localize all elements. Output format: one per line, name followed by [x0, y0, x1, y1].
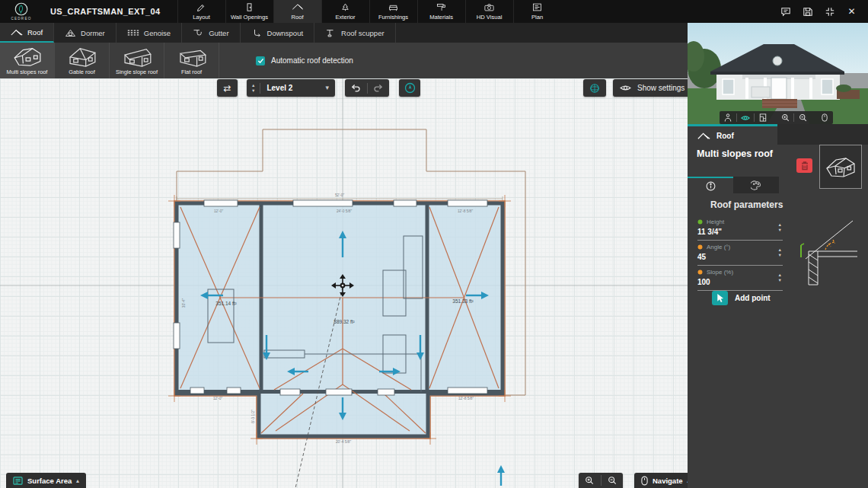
3d-preview-toggle[interactable]: [583, 79, 606, 97]
tab-layout[interactable]: Layout: [177, 0, 225, 23]
house-3d-preview[interactable]: [688, 23, 868, 124]
panel-tab-bar: Roof: [688, 124, 868, 145]
person-icon: [724, 113, 732, 122]
zoom-controls: [579, 473, 623, 488]
parameter-tabs: [688, 177, 779, 193]
orbit-view-button[interactable]: [737, 111, 754, 124]
add-point-button[interactable]: [712, 291, 728, 305]
tool-roof[interactable]: Roof: [0, 23, 54, 43]
level-down-icon[interactable]: ▼: [251, 88, 255, 93]
single-slope-roof-icon: [120, 45, 154, 68]
roof-scupper-icon: [325, 28, 337, 37]
surface-area-button[interactable]: Surface Area ▴: [6, 473, 86, 488]
close-icon[interactable]: ✕: [846, 6, 857, 18]
zoom-out-button[interactable]: [602, 476, 624, 485]
roof-type-gable[interactable]: Gable roof: [55, 43, 110, 78]
preview-navigate-button[interactable]: [816, 111, 833, 124]
roof-tools-ribbon: Roof Dormer Genoise Gutter: [0, 23, 688, 43]
delete-roof-button[interactable]: [796, 158, 812, 173]
level-up-icon[interactable]: ▲: [251, 83, 255, 88]
tab-info[interactable]: [688, 177, 733, 193]
tool-dormer[interactable]: Dormer: [54, 23, 116, 43]
auto-roof-detection[interactable]: Automatic roof detection: [256, 43, 353, 78]
panel-tab-roof[interactable]: Roof: [688, 124, 777, 145]
height-stepper[interactable]: ▲ ▼: [778, 223, 782, 232]
show-settings-label: Show settings: [636, 84, 686, 92]
svg-text:12'-8 5/8": 12'-8 5/8": [458, 209, 474, 213]
roof-type-single-slope[interactable]: Single slope roof: [110, 43, 164, 78]
zoom-in-icon: [781, 113, 790, 122]
roof-type-multi-slopes[interactable]: Multi slopes roof: [0, 43, 55, 78]
camera-icon: [483, 2, 495, 12]
level-stepper[interactable]: ▲ ▼: [247, 83, 260, 93]
house-3d-render: [688, 23, 868, 124]
compass-button[interactable]: [399, 79, 420, 97]
tab-materials[interactable]: Materials: [417, 0, 465, 23]
gutter-icon: [193, 28, 204, 37]
tab-furnishings[interactable]: Furnishings: [369, 0, 417, 23]
tab-wall-openings[interactable]: Wall Openings: [225, 0, 273, 23]
furniture-icon: [388, 2, 399, 12]
svg-text:52'-0": 52'-0": [335, 193, 345, 197]
roof-plan-canvas[interactable]: 52'-0": [0, 78, 688, 488]
cedreo-app: CEDREO US_CRAFTSMAN_EXT_04 Layout Wall O…: [0, 0, 868, 488]
tool-gutter[interactable]: Gutter: [182, 23, 240, 43]
comment-icon[interactable]: [780, 6, 791, 18]
info-icon: [706, 181, 716, 191]
preview-zoom-in-button[interactable]: [777, 111, 793, 124]
slope-stepper[interactable]: ▲ ▼: [778, 273, 782, 282]
slope-bullet-icon: [697, 270, 703, 275]
paint-roller-icon: [436, 2, 447, 12]
gable-roof-icon: [65, 45, 99, 68]
roof-icon: [292, 2, 304, 12]
walk-view-button[interactable]: [720, 111, 736, 124]
angle-field[interactable]: Angle (°) 45 ▲ ▼: [697, 243, 783, 266]
right-panel: Roof Multi slopes roof: [688, 23, 868, 488]
height-field[interactable]: Height 11 3/4" ▲ ▼: [697, 218, 783, 241]
surface-area-label: Surface Area: [27, 477, 72, 485]
cedreo-logo[interactable]: CEDREO: [0, 0, 43, 23]
slope-field[interactable]: Slope (%) 100 ▲ ▼: [697, 268, 783, 291]
svg-text:24'-0 5/8": 24'-0 5/8": [337, 209, 353, 213]
downspout-icon: [251, 28, 263, 37]
orbit-view-icon: [741, 114, 750, 122]
stepper-down-icon: ▼: [778, 228, 782, 233]
level-selector[interactable]: ▲ ▼ Level 2 ▾: [247, 79, 335, 97]
zoom-out-icon: [799, 113, 807, 122]
tool-genoise[interactable]: Genoise: [116, 23, 182, 43]
tab-exterior[interactable]: Exterior: [321, 0, 369, 23]
genoise-icon: [127, 28, 139, 37]
tool-roof-scupper[interactable]: Roof scupper: [314, 23, 396, 43]
tab-roof[interactable]: Roof: [273, 0, 321, 23]
height-label: Height: [707, 218, 724, 225]
angle-stepper[interactable]: ▲ ▼: [778, 248, 782, 257]
roof-style-thumbnail[interactable]: [819, 145, 862, 189]
brand-name: CEDREO: [11, 17, 32, 21]
slope-input[interactable]: 100: [697, 278, 783, 286]
top-bar: CEDREO US_CRAFTSMAN_EXT_04 Layout Wall O…: [0, 0, 868, 23]
level-label: Level 2: [260, 84, 325, 92]
eye-icon: [620, 84, 631, 92]
tab-plan[interactable]: Plan: [513, 0, 561, 23]
preview-zoom-out-button[interactable]: [794, 111, 811, 124]
tab-materials-palette[interactable]: [733, 177, 779, 193]
area-label-right: 351.33 ft²: [452, 298, 474, 304]
swap-icon: ⇄: [223, 84, 231, 93]
roof-type-flat[interactable]: Flat roof: [164, 43, 219, 78]
mouse-icon: [822, 113, 828, 122]
save-icon[interactable]: [802, 6, 813, 18]
level-compare-button[interactable]: ⇄: [217, 79, 238, 97]
tool-downspout[interactable]: Downspout: [241, 23, 315, 43]
svg-text:8'-3 1/2": 8'-3 1/2": [251, 410, 255, 423]
height-input[interactable]: 11 3/4": [697, 228, 783, 236]
checkbox-checked-icon[interactable]: [256, 56, 265, 65]
tab-hd-visual[interactable]: HD Visual: [465, 0, 513, 23]
restore-window-icon[interactable]: [824, 6, 835, 18]
stepper-up-icon: ▲: [778, 273, 782, 278]
angle-input[interactable]: 45: [697, 253, 783, 261]
floor-plan-view-button[interactable]: [755, 111, 771, 124]
undo-button[interactable]: [345, 84, 367, 92]
zoom-in-button[interactable]: [579, 476, 601, 485]
pencil-icon: [196, 2, 207, 12]
redo-button[interactable]: [368, 84, 390, 92]
